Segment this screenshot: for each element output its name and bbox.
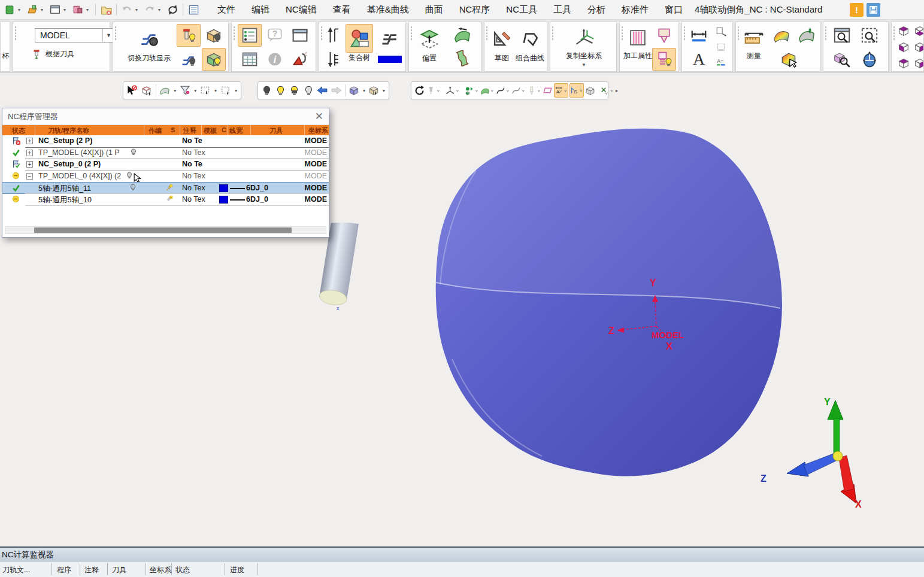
axis-y[interactable]: Y bbox=[824, 397, 843, 454]
undo-icon[interactable] bbox=[120, 2, 134, 17]
col-status[interactable]: 状态 bbox=[12, 126, 25, 135]
draft-analysis-button[interactable] bbox=[795, 24, 819, 47]
expand-up-button[interactable] bbox=[324, 24, 342, 47]
info-button[interactable]: i bbox=[264, 48, 286, 71]
redo-icon[interactable] bbox=[143, 2, 157, 17]
zoom-window-button[interactable] bbox=[829, 24, 855, 47]
toggle-toolpath-icon[interactable] bbox=[136, 25, 162, 51]
show-stock-toggle[interactable] bbox=[202, 24, 226, 47]
sync-icon[interactable] bbox=[165, 2, 180, 17]
view-bottom-button[interactable] bbox=[913, 24, 924, 38]
group-grip[interactable] bbox=[552, 26, 555, 41]
menu-nc-program[interactable]: NC程序 bbox=[459, 4, 490, 16]
dialog-title-bar[interactable]: NC程序管理器 ✕ bbox=[2, 108, 329, 125]
sketch-label[interactable]: 草图 bbox=[495, 53, 509, 63]
chevron-down-icon[interactable]: ▾ bbox=[172, 88, 177, 93]
table-view-button[interactable] bbox=[238, 48, 262, 71]
folder-delete-icon[interactable] bbox=[99, 2, 113, 17]
toolpath-trace-button[interactable] bbox=[377, 24, 403, 53]
annotation-box-button[interactable] bbox=[713, 25, 729, 39]
group-grip[interactable] bbox=[14, 26, 17, 41]
zoom-model-button[interactable] bbox=[829, 48, 855, 71]
view-front-button[interactable] bbox=[896, 40, 911, 54]
horizontal-scrollbar[interactable] bbox=[5, 226, 326, 234]
annotation-leader-button[interactable] bbox=[713, 40, 729, 54]
measure-label[interactable]: 测量 bbox=[747, 51, 761, 61]
scrollbar-thumb[interactable] bbox=[34, 227, 292, 233]
select-faces-button[interactable] bbox=[158, 83, 171, 98]
machining-attr-button[interactable] bbox=[625, 25, 651, 51]
window-mode-icon[interactable] bbox=[48, 2, 62, 17]
chevron-down-icon[interactable]: ▼ bbox=[581, 62, 586, 68]
menu-nc-tools[interactable]: NC工具 bbox=[506, 4, 537, 16]
group-grip[interactable] bbox=[825, 26, 828, 41]
text-tool-button[interactable]: A bbox=[687, 48, 711, 71]
row-name[interactable]: TP_MODEL_0 (4X[X]) (2 bbox=[38, 172, 121, 180]
offset-button[interactable] bbox=[415, 25, 444, 53]
dimension-button[interactable] bbox=[687, 24, 711, 47]
col-ucs[interactable]: 坐标系 bbox=[308, 126, 328, 135]
collapse-icon[interactable]: − bbox=[26, 173, 33, 180]
machining-attr-label[interactable]: 加工属性 bbox=[623, 51, 652, 61]
show-dimensions-toggle[interactable]: A▿ bbox=[554, 83, 568, 98]
col-c[interactable]: C bbox=[222, 126, 226, 133]
close-icon[interactable]: ✕ bbox=[315, 111, 323, 122]
save-state-button[interactable] bbox=[867, 3, 880, 17]
by-tool-label[interactable]: 根据刀具 bbox=[46, 49, 74, 59]
col-edit[interactable]: 作编 bbox=[149, 126, 162, 135]
stock-display-button[interactable] bbox=[368, 83, 380, 98]
show-points-button[interactable]: ▿ bbox=[465, 83, 479, 98]
axis-z[interactable]: Z bbox=[761, 453, 837, 484]
expand-down-button[interactable] bbox=[324, 48, 342, 71]
show-labels-toggle[interactable]: S▿ bbox=[569, 83, 584, 98]
menu-view[interactable]: 查看 bbox=[333, 4, 351, 16]
show-wireframe-button[interactable]: ▿ bbox=[511, 83, 526, 98]
program-manager-button[interactable] bbox=[238, 24, 262, 47]
model-select[interactable]: MODEL ▼ bbox=[35, 28, 115, 42]
col-s[interactable]: S bbox=[171, 126, 175, 133]
model-3d[interactable]: Y Z MODEL X bbox=[419, 126, 790, 485]
measure-button[interactable] bbox=[741, 25, 767, 51]
group-grip[interactable] bbox=[410, 26, 413, 41]
menu-edit[interactable]: 编辑 bbox=[252, 4, 269, 16]
line-color-swatch[interactable] bbox=[378, 56, 402, 63]
menu-surface[interactable]: 曲面 bbox=[425, 4, 443, 16]
chevron-down-icon[interactable]: ▾ bbox=[234, 88, 238, 93]
hide-all-button[interactable]: ▿ bbox=[600, 83, 614, 98]
group-grip[interactable] bbox=[893, 26, 896, 41]
expand-icon[interactable]: + bbox=[26, 150, 33, 156]
menu-standard-parts[interactable]: 标准件 bbox=[622, 4, 649, 16]
show-planes-button[interactable] bbox=[543, 83, 553, 98]
options-list-icon[interactable] bbox=[186, 2, 201, 17]
table-row-selected[interactable]: 5轴-通用5轴_11 No Tex 6DJ_0 MODE bbox=[2, 182, 329, 194]
toolbar-overflow[interactable]: ▸ bbox=[616, 88, 618, 93]
select-cancel-button[interactable] bbox=[126, 83, 139, 98]
select-solid-button[interactable] bbox=[140, 83, 153, 98]
menu-datum-curves[interactable]: 基准&曲线 bbox=[367, 4, 409, 16]
view-back-button[interactable] bbox=[913, 40, 924, 54]
group-grip[interactable] bbox=[683, 26, 686, 41]
copy-ucs-label[interactable]: 复制坐标系 bbox=[566, 51, 602, 61]
offset-label[interactable]: 偏置 bbox=[422, 53, 437, 63]
show-only-bulb[interactable] bbox=[288, 83, 301, 98]
show-tool-toggle[interactable] bbox=[177, 24, 201, 47]
row-name[interactable]: 5轴-通用5轴_10 bbox=[38, 195, 92, 205]
chevron-down-icon[interactable]: ▾ bbox=[193, 88, 198, 93]
copy-ucs-button[interactable] bbox=[569, 25, 598, 51]
axis-triad[interactable]: Y Z X bbox=[753, 391, 870, 517]
tool-holder-button[interactable] bbox=[652, 24, 676, 47]
row-name[interactable]: NC_Setup_0 (2 P) bbox=[38, 160, 101, 168]
view-iso2-button[interactable] bbox=[913, 56, 924, 71]
zoom-selection-button[interactable] bbox=[857, 24, 882, 47]
monitor-col-program[interactable]: 程序 bbox=[57, 565, 71, 575]
redo-dropdown[interactable]: ▾ bbox=[158, 7, 164, 13]
mouse-navigation-button[interactable] bbox=[857, 48, 882, 71]
show-surfaces-button[interactable]: ▿ bbox=[480, 83, 495, 98]
shaded-display-button[interactable] bbox=[348, 83, 360, 98]
menu-nc-edit[interactable]: NC编辑 bbox=[286, 4, 317, 16]
import-model-icon[interactable] bbox=[71, 2, 85, 17]
axis-x[interactable]: X bbox=[839, 455, 862, 509]
group-grip[interactable] bbox=[233, 26, 236, 41]
show-entity-bulb[interactable] bbox=[274, 83, 287, 98]
view-top-button[interactable] bbox=[896, 24, 911, 38]
